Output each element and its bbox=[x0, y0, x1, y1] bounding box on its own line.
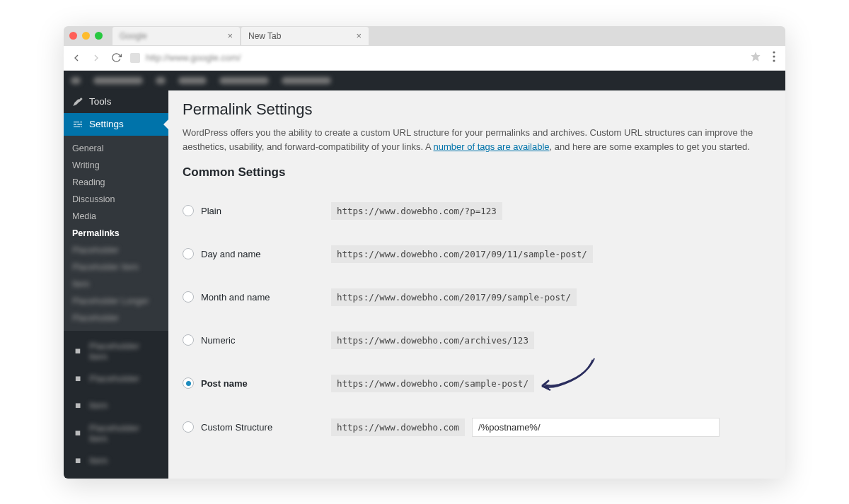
sidebar-item-blurred[interactable]: ■ Placeholder bbox=[64, 368, 168, 390]
wrench-icon bbox=[72, 96, 83, 107]
section-heading: Common Settings bbox=[183, 165, 771, 180]
permalink-option-row: Custom Structure https://www.dowebho.com bbox=[183, 405, 771, 450]
radio-numeric[interactable] bbox=[183, 334, 194, 346]
radio-plain[interactable] bbox=[183, 205, 194, 216]
url-example: https://www.dowebho.com/?p=123 bbox=[331, 202, 502, 220]
square-icon: ■ bbox=[72, 455, 83, 467]
browser-tab[interactable]: Google × bbox=[112, 27, 240, 45]
url-example: https://www.dowebho.com/archives/123 bbox=[331, 332, 534, 349]
svg-point-1 bbox=[773, 51, 775, 53]
page-title: Permalink Settings bbox=[183, 100, 771, 119]
url-prefix: https://www.dowebho.com bbox=[331, 418, 465, 436]
submenu-item-blurred[interactable]: Placeholder Item bbox=[64, 259, 168, 276]
radio-custom[interactable] bbox=[183, 421, 194, 433]
submenu-item-general[interactable]: General bbox=[64, 140, 168, 157]
radio-label[interactable]: Day and name bbox=[201, 249, 261, 259]
close-window-button[interactable] bbox=[69, 32, 77, 40]
radio-label[interactable]: Numeric bbox=[201, 335, 235, 346]
submenu-item-discussion[interactable]: Discussion bbox=[64, 191, 168, 208]
square-icon: ■ bbox=[72, 346, 83, 357]
square-icon: ■ bbox=[72, 400, 83, 411]
radio-month-name[interactable] bbox=[183, 291, 194, 303]
browser-tab-bar: Google × New Tab × bbox=[64, 26, 785, 46]
maximize-window-button[interactable] bbox=[95, 32, 103, 40]
wp-admin-bar bbox=[64, 71, 785, 90]
svg-point-3 bbox=[773, 59, 775, 61]
minimize-window-button[interactable] bbox=[82, 32, 90, 40]
browser-menu-icon[interactable] bbox=[770, 51, 778, 65]
sidebar-item-blurred[interactable]: ■ Placeholder Item bbox=[64, 417, 168, 450]
radio-label[interactable]: Plain bbox=[201, 206, 221, 216]
square-icon: ■ bbox=[72, 428, 83, 439]
svg-point-2 bbox=[773, 55, 775, 57]
url-example: https://www.dowebho.com/2017/09/11/sampl… bbox=[331, 245, 593, 263]
permalink-option-row: Numeric https://www.dowebho.com/archives… bbox=[183, 319, 771, 362]
wp-admin-sidebar: Tools Settings General Writing Reading D… bbox=[64, 90, 168, 479]
adminbar-item[interactable] bbox=[156, 77, 166, 84]
tab-title: Google bbox=[120, 31, 147, 41]
permalink-option-row: Post name https://www.dowebho.com/sample… bbox=[183, 362, 771, 405]
sidebar-submenu-settings: General Writing Reading Discussion Media… bbox=[64, 136, 168, 331]
sidebar-item-blurred[interactable]: ■ Placeholder Item bbox=[64, 335, 168, 368]
submenu-item-blurred[interactable]: Item bbox=[64, 276, 168, 293]
back-button[interactable] bbox=[71, 52, 82, 64]
adminbar-item[interactable] bbox=[219, 77, 269, 84]
url-example: https://www.dowebho.com/2017/09/sample-p… bbox=[331, 288, 577, 306]
square-icon: ■ bbox=[72, 373, 83, 385]
svg-marker-0 bbox=[751, 52, 760, 61]
sidebar-item-blurred[interactable]: ■ Item bbox=[64, 394, 168, 417]
radio-day-name[interactable] bbox=[183, 248, 194, 259]
browser-tab[interactable]: New Tab × bbox=[241, 27, 369, 45]
reload-button[interactable] bbox=[110, 52, 122, 64]
adminbar-item[interactable] bbox=[93, 77, 143, 84]
submenu-item-writing[interactable]: Writing bbox=[64, 157, 168, 174]
url-example: https://www.dowebho.com/sample-post/ bbox=[331, 375, 534, 392]
submenu-item-reading[interactable]: Reading bbox=[64, 174, 168, 191]
page-icon bbox=[130, 53, 140, 63]
submenu-item-blurred[interactable]: Placeholder bbox=[64, 310, 168, 327]
settings-content: Permalink Settings WordPress offers you … bbox=[168, 90, 785, 479]
close-tab-icon[interactable]: × bbox=[227, 30, 233, 41]
window-controls bbox=[69, 32, 103, 40]
sidebar-item-tools[interactable]: Tools bbox=[64, 90, 168, 113]
tab-title: New Tab bbox=[248, 31, 281, 41]
main-area: Tools Settings General Writing Reading D… bbox=[64, 90, 785, 479]
address-bar[interactable]: http://www.google.com/ bbox=[130, 52, 741, 63]
bookmark-star-icon[interactable] bbox=[750, 51, 761, 65]
browser-window: Google × New Tab × http://www.google.com… bbox=[64, 26, 785, 479]
radio-label[interactable]: Post name bbox=[201, 378, 248, 389]
permalink-option-row: Month and name https://www.dowebho.com/2… bbox=[183, 276, 771, 319]
submenu-item-blurred[interactable]: Placeholder Longer bbox=[64, 293, 168, 310]
forward-button[interactable] bbox=[91, 52, 102, 64]
sliders-icon bbox=[72, 119, 83, 130]
submenu-item-blurred[interactable]: Placeholder bbox=[64, 242, 168, 259]
adminbar-item[interactable] bbox=[178, 77, 207, 84]
tags-available-link[interactable]: number of tags are available bbox=[434, 141, 550, 152]
browser-toolbar: http://www.google.com/ bbox=[64, 46, 785, 71]
page-intro: WordPress offers you the ability to crea… bbox=[183, 126, 763, 154]
adminbar-item[interactable] bbox=[71, 77, 81, 84]
permalink-option-row: Plain https://www.dowebho.com/?p=123 bbox=[183, 189, 771, 233]
sidebar-label: Settings bbox=[89, 119, 124, 129]
radio-label[interactable]: Month and name bbox=[201, 292, 270, 303]
custom-structure-input[interactable] bbox=[472, 418, 720, 437]
sidebar-item-settings[interactable]: Settings bbox=[64, 113, 168, 136]
submenu-item-permalinks[interactable]: Permalinks bbox=[64, 225, 168, 242]
radio-post-name[interactable] bbox=[183, 377, 194, 389]
sidebar-label: Tools bbox=[89, 96, 112, 107]
submenu-item-media[interactable]: Media bbox=[64, 208, 168, 225]
sidebar-item-blurred[interactable]: ■ Item bbox=[64, 450, 168, 472]
adminbar-item[interactable] bbox=[282, 77, 331, 84]
url-text: http://www.google.com/ bbox=[146, 52, 241, 63]
radio-label[interactable]: Custom Structure bbox=[201, 422, 272, 433]
hand-drawn-arrow-icon bbox=[536, 356, 600, 395]
close-tab-icon[interactable]: × bbox=[356, 30, 362, 41]
permalink-option-row: Day and name https://www.dowebho.com/201… bbox=[183, 233, 771, 276]
